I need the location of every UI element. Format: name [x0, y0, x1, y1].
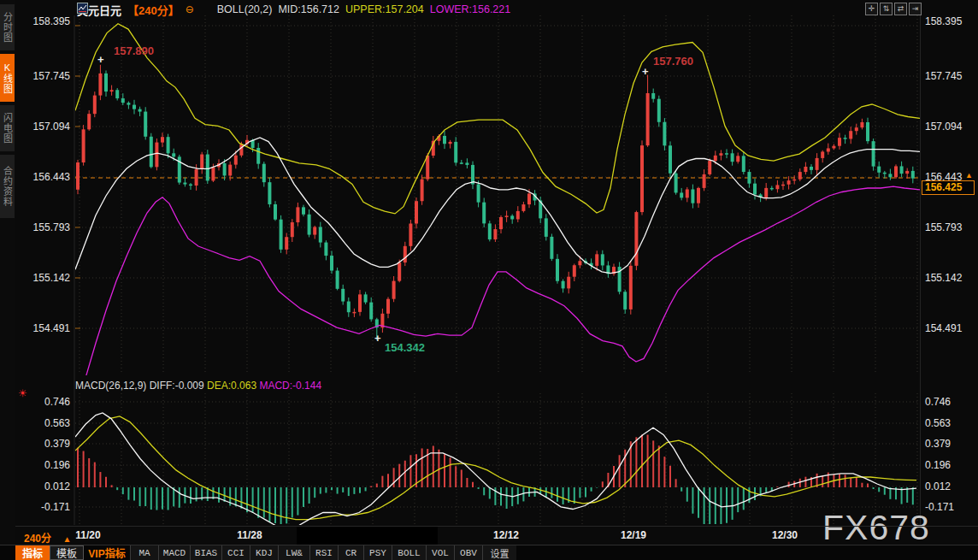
- marker-cross-icon: +: [97, 53, 104, 66]
- date-label: 11/28: [237, 529, 262, 541]
- axis-divider: [0, 526, 978, 527]
- axis-label: 0.012: [17, 480, 70, 492]
- toolbar-button-设置[interactable]: 设置: [482, 545, 516, 560]
- price-marker-label: 157.760: [653, 55, 693, 68]
- toolbar-button-KDJ[interactable]: KDJ: [250, 545, 278, 560]
- toolbar-button-模板[interactable]: 模板: [50, 545, 84, 560]
- axis-label: 156.443: [17, 171, 70, 183]
- date-label: 12/12: [493, 529, 519, 541]
- sidebar-tab-active-K线图[interactable]: K线图: [0, 54, 15, 102]
- date-label: 12/30: [772, 529, 798, 541]
- boll-label: BOLL(20,2): [217, 3, 273, 15]
- axis-label: 158.395: [925, 15, 976, 27]
- axis-label: 0.563: [17, 417, 70, 429]
- axis-label: 154.491: [17, 322, 70, 334]
- toolbar-button-VIP指标[interactable]: VIP指标: [84, 545, 130, 560]
- macd-diff-value: MACD(26,12,9) DIFF:-0.009: [75, 380, 204, 392]
- date-label: 11/20: [75, 529, 100, 541]
- date-label: 12/19: [621, 529, 646, 541]
- toolbar-button-CCI[interactable]: CCI: [221, 545, 250, 560]
- period-up-arrow-icon: ▲: [62, 534, 71, 544]
- price-marker-label: 154.342: [385, 341, 425, 354]
- macd-dea-value: DEA:0.063: [207, 380, 256, 392]
- toolbar-button-MACD[interactable]: MACD: [158, 545, 190, 560]
- axis-label: 0.196: [925, 459, 976, 471]
- axis-label: 0.379: [17, 438, 70, 450]
- axis-label: -0.171: [17, 501, 70, 513]
- current-price-tag: 156.425: [922, 180, 975, 195]
- toolbar-button-OBV[interactable]: OBV: [454, 545, 482, 560]
- toolbar-button-指标[interactable]: 指标: [15, 545, 50, 560]
- period-label[interactable]: 【240分】: [127, 2, 180, 18]
- toolbar-button-RSI[interactable]: RSI: [309, 545, 338, 560]
- chart-tools-group: ✛⇅⇄⇥: [865, 3, 922, 15]
- marker-cross-icon: +: [374, 332, 381, 345]
- sidebar-tab-分时图[interactable]: 分时图: [0, 4, 15, 50]
- export-icon[interactable]: ⇥: [909, 3, 922, 15]
- fit-y-axis-icon[interactable]: ⇅: [880, 3, 893, 15]
- sidebar-tab-闪电图[interactable]: 闪电图: [0, 105, 15, 151]
- marker-cross-icon: +: [642, 65, 649, 78]
- crosshair-icon[interactable]: ✛: [865, 3, 878, 15]
- macd-hist-value: MACD:-0.144: [259, 380, 321, 392]
- macd-header: MACD(26,12,9) DIFF:-0.009 DEA:0.063 MACD…: [75, 380, 321, 392]
- axis-label: 0.379: [925, 438, 976, 450]
- fit-x-axis-icon[interactable]: ⇄: [894, 3, 907, 15]
- toolbar-button-LW&[interactable]: LW&: [278, 545, 309, 560]
- hot-indicator-icon: ☀: [18, 387, 27, 399]
- axis-label: 0.563: [925, 417, 976, 429]
- axis-label: 157.745: [17, 70, 70, 82]
- axis-label: 157.745: [925, 70, 976, 82]
- axis-label: 155.142: [925, 272, 976, 284]
- boll-lower-value: LOWER:156.221: [430, 3, 511, 15]
- toolbar-button-BIAS[interactable]: BIAS: [190, 545, 221, 560]
- axis-label: 0.012: [925, 480, 976, 492]
- toolbar-button-MA[interactable]: MA: [130, 545, 158, 560]
- indicator-toolbar: 指标模板VIP指标MAMACDBIASCCIKDJLW&RSICRPSYBOLL…: [0, 545, 978, 560]
- sidebar-tab-合约资料[interactable]: 合约资料: [0, 155, 15, 218]
- toolbar-button-PSY[interactable]: PSY: [363, 545, 392, 560]
- period-selector-label: 240分: [24, 533, 51, 545]
- axis-label: 157.094: [17, 121, 70, 133]
- axis-label: -0.171: [925, 501, 976, 513]
- axis-label: 0.196: [17, 459, 70, 471]
- toolbar-button-CR[interactable]: CR: [338, 545, 363, 560]
- redaction-box: [297, 527, 438, 545]
- boll-upper-value: UPPER:157.204: [345, 3, 424, 15]
- axis-label: 155.793: [925, 221, 976, 233]
- toolbar-button-BOLL[interactable]: BOLL: [392, 545, 426, 560]
- chart-canvas[interactable]: [0, 0, 978, 560]
- price-alert-arrow-icon: ▲: [965, 171, 973, 180]
- toolbar-button-VOL[interactable]: VOL: [426, 545, 454, 560]
- collapse-icon[interactable]: ⊖: [186, 3, 194, 15]
- price-marker-label: 157.890: [114, 44, 154, 57]
- chart-header: 美元日元 【240分】 ⊖ BOLL(20,2) MID:156.712 UPP…: [77, 3, 510, 16]
- chart-app-window: FX678 分时图K线图闪电图合约资料 美元日元 【240分】 ⊖ BOLL(2…: [0, 0, 978, 560]
- axis-label: 157.094: [925, 121, 976, 133]
- indicator-chart-icon: [200, 4, 211, 15]
- period-selector[interactable]: 240分 ▲: [24, 530, 71, 545]
- axis-label: 155.142: [17, 272, 70, 284]
- axis-label: 0.746: [925, 396, 976, 408]
- axis-label: 155.793: [17, 221, 70, 233]
- fx678-watermark: FX678: [822, 508, 930, 548]
- chart-type-sidebar: 分时图K线图闪电图合约资料: [0, 0, 15, 560]
- axis-label: 154.491: [925, 322, 976, 334]
- boll-mid-value: MID:156.712: [278, 3, 339, 15]
- axis-label: 158.395: [17, 15, 70, 27]
